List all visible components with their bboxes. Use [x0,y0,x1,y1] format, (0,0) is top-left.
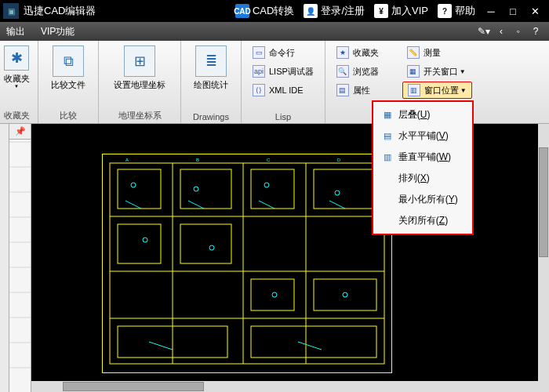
lisp-debugger-button[interactable]: apiLISP调试器 [248,63,318,80]
layout-icon: ▥ [408,84,420,96]
svg-text:D: D [337,158,341,162]
help-button[interactable]: ? 帮助 [438,4,475,18]
left-panel: 📌 [9,124,31,392]
svg-text:B: B [196,158,199,162]
login-button[interactable]: 👤 登录/注册 [304,4,365,18]
cad-convert-button[interactable]: CAD CAD转换 [235,4,294,18]
set-geo-button[interactable]: ⊞ 设置地理坐标 [105,44,174,90]
svg-point-22 [143,238,147,242]
titlebar: ▣ 迅捷CAD编辑器 CAD CAD转换 👤 登录/注册 ¥ 加入VIP ? 帮… [0,0,549,22]
svg-point-24 [272,292,277,297]
svg-rect-12 [118,224,161,263]
menu-arrange[interactable]: 排列(X) [373,168,472,189]
svg-rect-13 [180,224,231,263]
xml-ide-button[interactable]: ⟨⟩XML IDE [248,82,318,99]
svg-point-21 [335,191,340,195]
help-icon: ? [438,4,452,18]
svg-rect-8 [118,169,161,209]
edit-icon[interactable]: ✎▾ [477,24,491,38]
chevron-down-icon: ▼ [460,87,467,94]
chevron-down-icon: ▼ [460,68,466,75]
floor-plan: ABCD [102,154,392,373]
cmd-icon: ▭ [253,46,265,59]
menu-minimize-all[interactable]: 最小化所有(Y) [373,189,472,210]
xml-icon: ⟨⟩ [253,84,265,96]
favorites-sub: ▼ [2,84,31,89]
group-favorites: ✱ 收藏夹 ▼ 收藏夹 [0,41,38,123]
props-icon: ▤ [336,84,349,96]
tabbar: 输出 VIP功能 ✎▾ ‹ ◦ ? [0,22,549,41]
tile-v-icon: ▥ [381,152,394,163]
maximize-button[interactable]: □ [504,3,522,19]
menu-tile-horizontal[interactable]: ▤水平平铺(V) [373,125,472,147]
app-title: 迅捷CAD编辑器 [24,4,96,18]
user-icon: 👤 [304,4,318,18]
favorites-icon: ✱ [4,45,29,71]
svg-point-20 [264,183,269,187]
svg-line-27 [188,201,204,209]
minimize-button[interactable]: ─ [482,3,500,19]
app-logo-icon: ▣ [3,3,19,19]
command-line-button[interactable]: ▭命令行 [248,44,318,61]
svg-line-28 [259,201,274,209]
geo-icon: ⊞ [124,45,155,77]
properties-button[interactable]: ▤属性 [332,82,399,99]
tile-h-icon: ▤ [381,131,394,142]
svg-point-18 [131,183,136,187]
browser-button[interactable]: 🔍浏览器 [332,63,399,80]
tab-output[interactable]: 输出 [6,25,25,38]
group-drawings: ≣ 绘图统计 Drawings [181,41,242,123]
ruler-icon: 📏 [407,46,420,59]
panel-body [9,140,31,392]
favorites-small-button[interactable]: ★收藏夹 [332,44,399,61]
window-position-button[interactable]: ▥窗口位置▼ ▦层叠(U) ▤水平平铺(V) ▥垂直平铺(W) 排列(X) 最小… [402,82,472,99]
scroll-thumb[interactable] [63,382,204,391]
api-icon: api [253,65,265,78]
cascade-icon: ▦ [381,110,394,121]
svg-text:C: C [267,158,271,162]
chevron-left-icon[interactable]: ‹ [494,24,508,38]
close-button[interactable]: ✕ [525,3,544,19]
ribbon: ✱ 收藏夹 ▼ 收藏夹 ⧉ 比较文件 比较 ⊞ 设置地理坐标 地理坐标系 ≣ [0,41,549,124]
measure-button[interactable]: 📏测量 [402,44,472,61]
favorites-button[interactable]: ✱ 收藏夹 ▼ [2,44,31,89]
group-geo: ⊞ 设置地理坐标 地理坐标系 [99,41,181,123]
svg-text:A: A [125,158,129,162]
group-lisp: ▭命令行 apiLISP调试器 ⟨⟩XML IDE Lisp [242,41,325,123]
svg-point-25 [343,292,347,297]
browser-icon: 🔍 [336,65,349,78]
svg-line-30 [149,342,173,350]
svg-rect-9 [180,169,231,209]
svg-rect-11 [314,169,376,209]
stats-icon: ≣ [195,45,227,77]
yen-icon: ¥ [374,4,388,18]
menu-close-all[interactable]: 关闭所有(Z) [373,210,472,231]
svg-point-23 [209,245,214,250]
svg-line-26 [125,201,141,209]
menu-tile-vertical[interactable]: ▥垂直平铺(W) [373,147,472,168]
help-small-icon[interactable]: ? [529,24,543,38]
scroll-thumb[interactable] [539,147,548,257]
svg-point-19 [194,187,198,191]
svg-rect-17 [251,326,376,358]
vertical-scrollbar[interactable] [538,124,549,381]
toggle-window-button[interactable]: ▦开关窗口▼ [402,63,472,80]
svg-rect-10 [251,169,294,209]
tab-vip[interactable]: VIP功能 [41,25,75,38]
svg-line-31 [298,342,322,350]
star-icon: ★ [336,46,349,59]
window-icon: ▦ [407,65,420,78]
window-position-menu: ▦层叠(U) ▤水平平铺(V) ▥垂直平铺(W) 排列(X) 最小化所有(Y) … [372,100,474,235]
left-vertical-tabs [0,124,9,392]
pin-icon[interactable]: 📌 [9,124,31,140]
menu-cascade[interactable]: ▦层叠(U) [373,104,472,125]
vip-button[interactable]: ¥ 加入VIP [374,4,428,18]
horizontal-scrollbar[interactable] [31,381,549,392]
expand-icon[interactable]: ◦ [511,24,525,38]
drawing-stats-button[interactable]: ≣ 绘图统计 [187,44,235,90]
svg-rect-15 [314,279,376,310]
group-window: ★收藏夹 🔍浏览器 ▤属性 📏测量 ▦开关窗口▼ ▥窗口位置▼ ▦层叠(U) ▤… [325,41,478,123]
compare-icon: ⧉ [53,45,84,77]
compare-files-button[interactable]: ⧉ 比较文件 [45,44,92,90]
svg-line-29 [329,201,345,209]
